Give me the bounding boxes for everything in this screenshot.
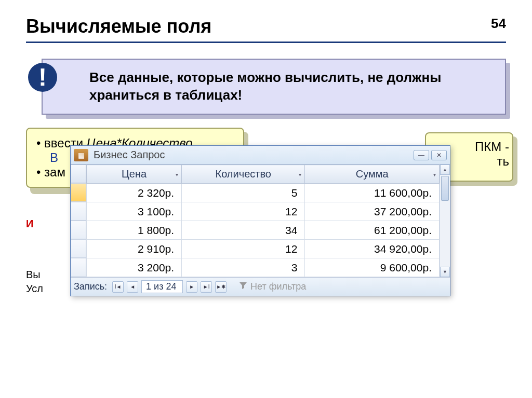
select-all-cell[interactable]: [71, 164, 86, 183]
next-record-button[interactable]: ►: [186, 281, 197, 293]
table-row[interactable]: 2 320р. 5 11 600,00р.: [87, 184, 440, 202]
scroll-down-button[interactable]: ▼: [440, 267, 450, 277]
last-record-button[interactable]: ►I: [201, 281, 212, 293]
column-header-qty[interactable]: Количество▾: [182, 165, 305, 184]
chevron-down-icon[interactable]: ▾: [433, 171, 436, 177]
vertical-scrollbar[interactable]: ▲ ▼: [440, 164, 450, 277]
data-grid: Цена▾ Количество▾ Сумма▾ 2 320р. 5 11 60…: [86, 164, 440, 277]
chevron-down-icon[interactable]: ▾: [299, 171, 301, 177]
slide-header: Вычисляемые поля 54: [26, 16, 506, 43]
row-selector[interactable]: [71, 221, 86, 239]
filter-status: Нет фильтра: [239, 281, 306, 292]
prev-record-button[interactable]: ◄: [127, 281, 138, 293]
datasheet-icon: ▦: [74, 149, 88, 161]
row-selector[interactable]: [71, 183, 86, 202]
new-record-button[interactable]: ►✱: [215, 281, 227, 293]
chevron-down-icon[interactable]: ▾: [176, 171, 178, 177]
column-header-sum[interactable]: Сумма▾: [305, 165, 440, 184]
row-selector[interactable]: [71, 239, 86, 258]
record-navigator: Запись: I◄ ◄ 1 из 24 ► ►I ►✱ Нет фильтра: [71, 277, 450, 296]
table-row[interactable]: 3 100р. 12 37 200,00р.: [87, 202, 440, 221]
callout-text: Все данные, которые можно вычислить, не …: [89, 70, 441, 103]
table-row[interactable]: 2 910р. 12 34 920,00р.: [87, 240, 440, 258]
record-position[interactable]: 1 из 24: [141, 280, 183, 293]
window-title: Бизнес Запрос: [94, 149, 411, 161]
info-callout: ! Все данные, которые можно вычислить, н…: [42, 59, 506, 115]
scroll-thumb[interactable]: [441, 176, 449, 201]
minimize-button[interactable]: —: [414, 150, 429, 160]
column-header-price[interactable]: Цена▾: [87, 165, 182, 184]
table-row[interactable]: 1 800р. 34 61 200,00р.: [87, 221, 440, 240]
close-button[interactable]: ✕: [431, 150, 447, 160]
slide-title: Вычисляемые поля: [26, 16, 211, 37]
row-selector[interactable]: [71, 258, 86, 277]
scroll-up-button[interactable]: ▲: [440, 164, 450, 175]
window-titlebar[interactable]: ▦ Бизнес Запрос — ✕: [71, 146, 450, 164]
table-row[interactable]: 3 200р. 3 9 600,00р.: [87, 258, 440, 277]
scroll-track[interactable]: [440, 175, 450, 267]
row-selector[interactable]: [71, 202, 86, 221]
row-selector-column: [71, 164, 86, 277]
page-number: 54: [491, 16, 506, 32]
first-record-button[interactable]: I◄: [112, 281, 124, 293]
record-label: Запись:: [74, 281, 107, 292]
query-window: ▦ Бизнес Запрос — ✕ Цена▾ Количество▾ Су: [70, 145, 450, 296]
background-fragment: И Вы Усл: [26, 218, 43, 297]
funnel-icon: [239, 281, 247, 292]
exclamation-icon: !: [28, 63, 57, 92]
